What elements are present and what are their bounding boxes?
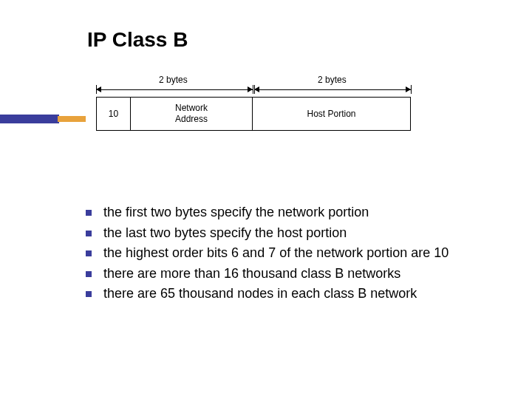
prefix-bits-box: 10 bbox=[96, 97, 130, 131]
arrow-head-icon bbox=[248, 86, 253, 92]
bracket-tick bbox=[411, 85, 412, 94]
arrow-head-icon bbox=[96, 86, 101, 92]
slide-title: IP Class B bbox=[87, 28, 188, 52]
host-portion-box: Host Portion bbox=[253, 97, 411, 131]
list-item: the highest order bits 6 and 7 of the ne… bbox=[84, 244, 492, 263]
arrow-head-icon bbox=[254, 86, 259, 92]
arrow-head-icon bbox=[406, 86, 411, 92]
diagram-labels-row: 2 bytes 2 bytes bbox=[96, 70, 451, 92]
bytes-label-right: 2 bytes bbox=[318, 75, 347, 85]
title-underline-orange bbox=[58, 116, 86, 122]
diagram-boxes-row: 10 NetworkAddress Host Portion bbox=[96, 97, 451, 131]
bytes-label-left: 2 bytes bbox=[159, 75, 188, 85]
network-address-box: NetworkAddress bbox=[130, 97, 253, 131]
list-item: the first two bytes specify the network … bbox=[84, 203, 492, 222]
list-item: there are more than 16 thousand class B … bbox=[84, 265, 492, 284]
title-underline-blue bbox=[0, 115, 59, 123]
bracket-line-left bbox=[96, 89, 253, 90]
list-item: there are 65 thousand nodes in each clas… bbox=[84, 284, 492, 304]
bracket-line-right bbox=[254, 89, 411, 90]
ip-classb-diagram: 2 bytes 2 bytes 10 NetworkAddress Host P… bbox=[96, 70, 451, 131]
bullet-list: the first two bytes specify the network … bbox=[84, 203, 492, 305]
list-item: the last two bytes specify the host port… bbox=[84, 224, 492, 243]
bracket-tick bbox=[253, 85, 253, 94]
